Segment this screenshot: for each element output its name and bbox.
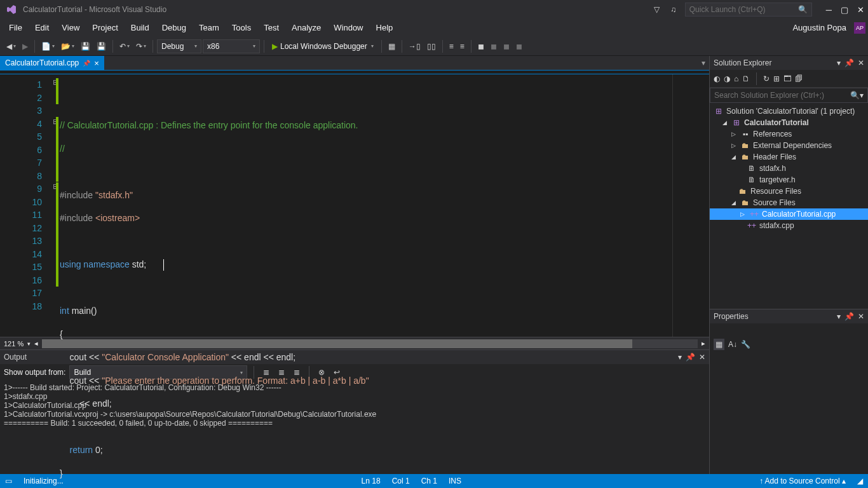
start-debug-button[interactable]: ▶Local Windows Debugger▾ (268, 41, 377, 52)
toolbar-icon-f[interactable]: ◼ (513, 41, 525, 52)
tab-calculator-cpp[interactable]: CalculatorTutorial.cpp 📌 × (0, 56, 104, 70)
categorized-icon[interactable]: ▦ (714, 339, 724, 350)
toolbar-icon-d[interactable]: ◼ (488, 41, 499, 52)
project-icon: ⊞ (731, 118, 742, 127)
window-title: CalculatorTutorial - Microsoft Visual St… (23, 5, 166, 14)
se-refresh-icon[interactable]: ↻ (763, 74, 770, 83)
vs-logo-icon (6, 4, 17, 15)
menu-edit[interactable]: Edit (29, 20, 55, 35)
tree-item-selected[interactable]: ▷++CalculatorTutorial.cpp (710, 208, 868, 220)
panel-pin-icon[interactable]: 📌 (844, 312, 854, 321)
se-showall-icon[interactable]: ⊞ (773, 74, 780, 83)
solution-explorer-toolbar: ◐ ◑ ⌂ 🗋 ↻ ⊞ 🗔 🗐 (710, 70, 868, 88)
output-title: Output (4, 353, 27, 362)
close-icon[interactable]: × (94, 58, 99, 68)
zoom-level[interactable]: 121 % (4, 340, 24, 348)
se-back-icon[interactable]: ◐ (714, 74, 720, 83)
tab-scroll-dropdown[interactable]: ▾ (702, 58, 705, 67)
panel-position-icon[interactable]: ▾ (837, 58, 841, 67)
nav-back-button[interactable]: ◀▾ (4, 41, 18, 52)
properties-title: Properties (714, 312, 749, 321)
menu-file[interactable]: File (3, 20, 29, 35)
bookmark-button[interactable]: ◼ (475, 41, 487, 52)
panel-position-icon[interactable]: ▾ (837, 312, 841, 321)
undo-button[interactable]: ↶▾ (117, 41, 132, 52)
menu-build[interactable]: Build (125, 20, 156, 35)
menu-test[interactable]: Test (257, 20, 285, 35)
menu-help[interactable]: Help (370, 20, 400, 35)
close-button[interactable]: ✕ (857, 5, 864, 15)
cpp-file-icon: ++ (749, 210, 759, 219)
menu-project[interactable]: Project (86, 20, 124, 35)
header-file-icon: 🗎 (747, 164, 757, 173)
status-animation-icon: ▭ (5, 477, 12, 485)
menu-bar: File Edit View Project Build Debug Team … (0, 19, 868, 37)
status-message: Initializing... (24, 477, 64, 485)
toolbar-icon-e[interactable]: ◼ (501, 41, 512, 52)
user-name[interactable]: Augustin Popa (789, 23, 850, 32)
cpp-file-icon: ++ (747, 221, 757, 230)
folder-icon: 🖿 (740, 152, 750, 161)
se-fwd-icon[interactable]: ◑ (724, 74, 730, 83)
search-icon: 🔍 (798, 5, 808, 14)
se-sync-icon[interactable]: 🗋 (742, 74, 750, 83)
scroll-left[interactable]: ◂ (34, 339, 38, 348)
autohide-icon[interactable]: 📌 (686, 353, 695, 362)
platform-dropdown[interactable]: x86▾ (203, 39, 260, 53)
zoom-chevron[interactable]: ▾ (27, 341, 31, 347)
document-tabs: CalculatorTutorial.cpp 📌 × ▾ (0, 56, 709, 70)
properties-panel: Properties ▾📌✕ ▦ A↓ 🔧 (710, 309, 868, 474)
pin-icon[interactable]: 📌 (83, 60, 90, 67)
panel-close-icon[interactable]: ✕ (858, 312, 864, 321)
quick-launch-placeholder: Quick Launch (Ctrl+Q) (689, 5, 766, 14)
menu-tools[interactable]: Tools (226, 20, 257, 35)
scroll-right[interactable]: ▸ (702, 339, 705, 348)
menu-team[interactable]: Team (193, 20, 226, 35)
toolbar-icon-a[interactable]: ▦ (386, 41, 398, 52)
source-control-button[interactable]: ↑ Add to Source Control ▴ (759, 477, 846, 485)
maximize-button[interactable]: ▢ (841, 5, 848, 15)
minimize-button[interactable]: ─ (826, 5, 832, 15)
feedback-icon[interactable]: ♫ (668, 5, 679, 14)
menu-debug[interactable]: Debug (156, 20, 193, 35)
new-project-button[interactable]: 📄▾ (39, 41, 57, 52)
nav-fwd-button[interactable]: ▶ (20, 41, 31, 52)
toolbar-icon-c[interactable]: ▯▯ (424, 41, 438, 52)
comment-button[interactable]: ≡ (447, 41, 456, 52)
save-button[interactable]: 💾 (78, 41, 93, 52)
folder-icon: 🖿 (738, 187, 748, 196)
show-output-from-label: Show output from: (4, 368, 65, 377)
se-properties-icon[interactable]: 🗔 (783, 74, 791, 83)
open-file-button[interactable]: 📂▾ (58, 41, 77, 52)
alphabetical-icon[interactable]: A↓ (728, 340, 737, 349)
solution-explorer-search[interactable]: Search Solution Explorer (Ctrl+;) 🔍▾ (710, 88, 868, 103)
panel-close-icon[interactable]: ✕ (858, 58, 864, 67)
search-icon: 🔍▾ (850, 91, 864, 100)
se-home-icon[interactable]: ⌂ (734, 74, 738, 83)
save-all-button[interactable]: 💾 (94, 41, 109, 52)
menu-view[interactable]: View (55, 20, 86, 35)
toolbar-icon-b[interactable]: →▯ (406, 41, 423, 52)
se-preview-icon[interactable]: 🗐 (795, 74, 803, 83)
code-area[interactable]: // CalculatorTutorial.cpp : Defines the … (60, 74, 672, 337)
editor-status-strip: 121 % ▾ ◂ ▸ (0, 337, 709, 349)
menu-window[interactable]: Window (327, 20, 369, 35)
horizontal-scrollbar[interactable] (42, 339, 698, 348)
configuration-dropdown[interactable]: Debug▾ (157, 39, 201, 53)
code-editor[interactable]: 123456789101112131415161718 ⊟⊟⊟ // Calcu… (0, 74, 709, 337)
properties-wrench-icon[interactable]: 🔧 (741, 340, 750, 349)
close-panel-icon[interactable]: ✕ (699, 353, 705, 362)
uncomment-button[interactable]: ≡ (458, 41, 467, 52)
panel-pin-icon[interactable]: 📌 (844, 58, 854, 67)
quick-launch-input[interactable]: Quick Launch (Ctrl+Q) 🔍 (685, 3, 812, 17)
notifications-icon[interactable]: ▽ (652, 5, 662, 14)
minimap[interactable] (672, 74, 709, 337)
window-position-icon[interactable]: ▾ (678, 353, 682, 362)
menu-analyze[interactable]: Analyze (285, 20, 327, 35)
status-resize-grip[interactable]: ◢ (857, 477, 863, 485)
avatar[interactable]: AP (854, 22, 865, 34)
header-file-icon: 🗎 (747, 175, 757, 184)
redo-button[interactable]: ↷▾ (133, 41, 149, 52)
folder-icon: 🖿 (740, 198, 750, 207)
solution-tree[interactable]: ⊞Solution 'CalculatorTutorial' (1 projec… (710, 103, 868, 234)
